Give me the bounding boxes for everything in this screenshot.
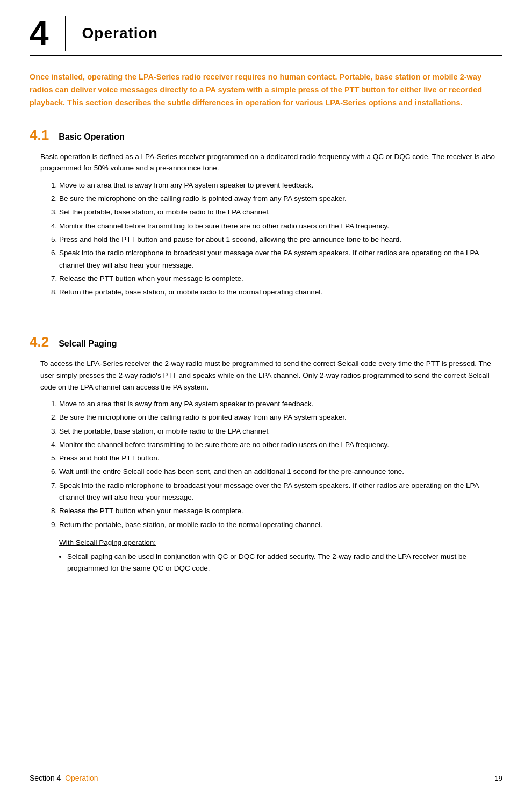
- list-item: Wait until the entire Selcall code has b…: [59, 466, 502, 478]
- chapter-header: 4 Operation: [30, 16, 502, 56]
- page-footer: Section 4 Operation 19: [0, 769, 532, 782]
- list-item: Return the portable, base station, or mo…: [59, 286, 502, 298]
- section-4-2-list: Move to an area that is away from any PA…: [59, 398, 502, 531]
- section-4-1-heading: 4.1 Basic Operation: [30, 127, 502, 143]
- chapter-title: Operation: [82, 25, 158, 42]
- list-item: Be sure the microphone on the calling ra…: [59, 193, 502, 205]
- footer-section-info: Section 4 Operation: [30, 774, 98, 782]
- section-4-1-title: Basic Operation: [59, 132, 125, 142]
- list-item: Move to an area that is away from any PA…: [59, 179, 502, 191]
- list-item: Monitor the channel before transmitting …: [59, 220, 502, 232]
- footer-section-label: Section 4: [30, 774, 61, 782]
- list-item: Press and hold the PTT button and pause …: [59, 234, 502, 246]
- selcall-bullet-list: Selcall paging can be used in conjunctio…: [67, 551, 502, 575]
- footer-page-number: 19: [495, 774, 502, 782]
- chapter-number: 4: [30, 16, 66, 51]
- section-4-2-heading: 4.2 Selcall Paging: [30, 334, 502, 350]
- footer-section-value: Operation: [63, 774, 98, 782]
- list-item: Release the PTT button when your message…: [59, 505, 502, 517]
- bullet-item: Selcall paging can be used in conjunctio…: [67, 551, 502, 575]
- intro-paragraph: Once installed, operating the LPA-Series…: [30, 71, 502, 110]
- list-item: Move to an area that is away from any PA…: [59, 398, 502, 410]
- selcall-sub-heading: With Selcall Paging operation:: [59, 538, 502, 546]
- list-item: Set the portable, base station, or mobil…: [59, 206, 502, 218]
- list-item: Speak into the radio microphone to broad…: [59, 480, 502, 504]
- page-container: 4 Operation Once installed, operating th…: [0, 0, 532, 792]
- section-4-1-list: Move to an area that is away from any PA…: [59, 179, 502, 298]
- section-4-1-number: 4.1: [30, 127, 49, 143]
- section-4-2-title: Selcall Paging: [59, 339, 117, 349]
- section-4-2-body: To access the LPA-Series receiver the 2-…: [40, 358, 502, 393]
- list-item: Press and hold the PTT button.: [59, 452, 502, 464]
- list-item: Release the PTT button when your message…: [59, 273, 502, 285]
- list-item: Return the portable, base station, or mo…: [59, 519, 502, 531]
- section-4-1-body: Basic operation is defined as a LPA-Seri…: [40, 151, 502, 174]
- list-item: Be sure the microphone on the calling ra…: [59, 412, 502, 423]
- list-item: Set the portable, base station, or mobil…: [59, 426, 502, 437]
- list-item: Speak into the radio microphone to broad…: [59, 247, 502, 271]
- section-4-2-number: 4.2: [30, 334, 49, 350]
- list-item: Monitor the channel before transmitting …: [59, 439, 502, 451]
